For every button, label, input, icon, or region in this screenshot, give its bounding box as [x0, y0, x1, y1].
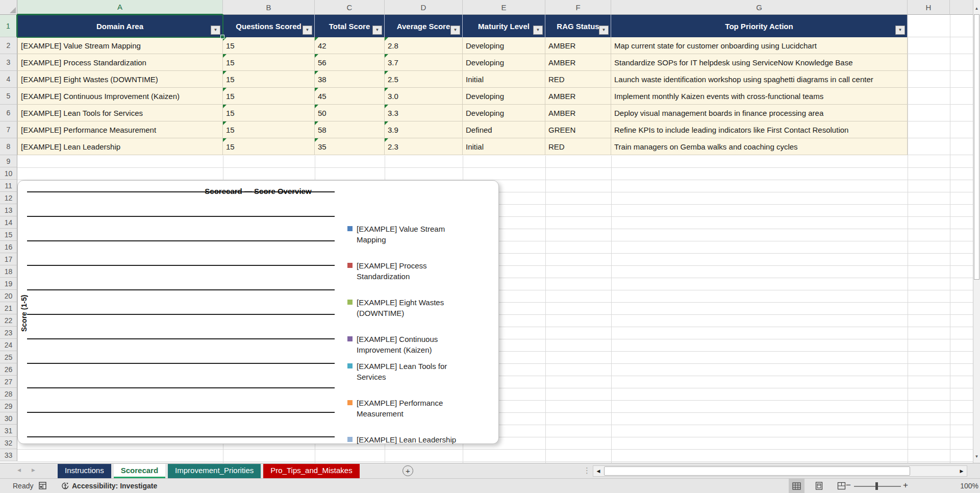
row-header[interactable]: 31: [0, 425, 17, 437]
row-header[interactable]: 24: [0, 339, 17, 351]
row-header[interactable]: 30: [0, 412, 17, 425]
filter-button[interactable]: ▼: [303, 26, 312, 35]
cell-questions-scored[interactable]: 15: [223, 138, 315, 155]
cell-average-score[interactable]: 2.5: [385, 71, 463, 88]
cell-top-priority-action[interactable]: Standardize SOPs for IT helpdesk using S…: [611, 54, 908, 71]
column-header[interactable]: E: [463, 0, 545, 15]
row-header[interactable]: 20: [0, 290, 17, 302]
cell-rag-status[interactable]: GREEN: [545, 121, 611, 138]
zoom-in-button[interactable]: +: [903, 480, 908, 490]
filter-button[interactable]: ▼: [450, 26, 460, 35]
vertical-scrollbar[interactable]: ▲ ▼: [973, 0, 980, 463]
cell-average-score[interactable]: 3.3: [385, 105, 463, 121]
cell-average-score[interactable]: 3.0: [385, 88, 463, 105]
cell-questions-scored[interactable]: 15: [223, 88, 315, 105]
cell-questions-scored[interactable]: 15: [223, 105, 315, 121]
cell-rag-status[interactable]: AMBER: [545, 88, 611, 105]
tab-scroll-left-icon[interactable]: ◀: [17, 467, 21, 473]
cell-top-priority-action[interactable]: Refine KPIs to include leading indicator…: [611, 121, 908, 138]
cell-top-priority-action[interactable]: Train managers on Gemba walks and coachi…: [611, 138, 908, 155]
cell-rag-status[interactable]: AMBER: [545, 105, 611, 121]
legend-item[interactable]: [EXAMPLE] Lean Tools for Services: [347, 361, 466, 382]
cell-average-score[interactable]: 3.7: [385, 54, 463, 71]
table-header-cell[interactable]: Top Priority Action ▼: [611, 15, 908, 37]
row-header[interactable]: 6: [0, 105, 17, 121]
accessibility-status[interactable]: Accessibility: Investigate: [72, 482, 157, 490]
column-header[interactable]: C: [315, 0, 385, 15]
row-header[interactable]: 4: [0, 71, 17, 88]
cell-maturity-level[interactable]: Developing: [463, 105, 545, 121]
row-header[interactable]: 12: [0, 192, 17, 204]
legend-item[interactable]: [EXAMPLE] Lean Leadership: [347, 434, 466, 445]
cell-domain-area[interactable]: [EXAMPLE] Performance Measurement: [17, 121, 223, 138]
row-header[interactable]: 25: [0, 351, 17, 363]
scroll-right-icon[interactable]: ▶: [957, 466, 967, 476]
cell-maturity-level[interactable]: Developing: [463, 37, 545, 54]
macro-record-icon[interactable]: [39, 482, 46, 491]
cell-total-score[interactable]: 38: [315, 71, 385, 88]
column-header[interactable]: G: [611, 0, 908, 15]
row-header[interactable]: 16: [0, 241, 17, 253]
row-header[interactable]: 17: [0, 253, 17, 265]
legend-item[interactable]: [EXAMPLE] Value Stream Mapping: [347, 224, 466, 245]
cell-questions-scored[interactable]: 15: [223, 71, 315, 88]
cell-maturity-level[interactable]: Initial: [463, 138, 545, 155]
tab-scroll-right-icon[interactable]: ▶: [32, 467, 35, 473]
table-header-cell[interactable]: Total Score ▼: [315, 15, 385, 37]
cell-total-score[interactable]: 42: [315, 37, 385, 54]
cell-domain-area[interactable]: [EXAMPLE] Lean Tools for Services: [17, 105, 223, 121]
column-header[interactable]: B: [223, 0, 315, 15]
row-header[interactable]: 21: [0, 302, 17, 314]
cell-domain-area[interactable]: [EXAMPLE] Eight Wastes (DOWNTIME): [17, 71, 223, 88]
filter-button[interactable]: ▼: [211, 26, 220, 35]
column-header[interactable]: D: [385, 0, 463, 15]
legend-item[interactable]: [EXAMPLE] Eight Wastes (DOWNTIME): [347, 297, 466, 318]
row-header[interactable]: 28: [0, 388, 17, 400]
filter-button[interactable]: ▼: [895, 26, 905, 35]
view-page-layout-button[interactable]: [810, 479, 827, 493]
sheet-tab[interactable]: Improvement_Priorities: [168, 464, 261, 478]
cell-top-priority-action[interactable]: Implement monthly Kaizen events with cro…: [611, 88, 908, 105]
view-normal-button[interactable]: [789, 479, 805, 493]
horizontal-scrollbar-thumb[interactable]: [604, 466, 910, 476]
cell-total-score[interactable]: 58: [315, 121, 385, 138]
sheet-tab[interactable]: Pro_Tips_and_Mistakes: [263, 464, 359, 478]
cell-questions-scored[interactable]: 15: [223, 37, 315, 54]
table-header-cell[interactable]: Maturity Level ▼: [463, 15, 545, 37]
legend-item[interactable]: [EXAMPLE] Continuous Improvement (Kaizen…: [347, 334, 466, 355]
cell-top-priority-action[interactable]: Map current state for customer onboardin…: [611, 37, 908, 54]
filter-button[interactable]: ▼: [533, 26, 543, 35]
row-header[interactable]: 27: [0, 376, 17, 388]
sheet-tab[interactable]: Scorecard: [114, 464, 165, 478]
table-header-cell[interactable]: Average Score ▼: [385, 15, 463, 37]
row-header[interactable]: 23: [0, 327, 17, 339]
row-header[interactable]: 15: [0, 229, 17, 241]
cell-total-score[interactable]: 35: [315, 138, 385, 155]
cell-maturity-level[interactable]: Defined: [463, 121, 545, 138]
cell-domain-area[interactable]: [EXAMPLE] Process Standardization: [17, 54, 223, 71]
add-sheet-button[interactable]: +: [403, 465, 413, 476]
column-header[interactable]: H: [908, 0, 950, 15]
cell-questions-scored[interactable]: 15: [223, 121, 315, 138]
cell-rag-status[interactable]: RED: [545, 71, 611, 88]
table-header-cell[interactable]: Domain Area ▼: [17, 15, 223, 37]
cell-total-score[interactable]: 56: [315, 54, 385, 71]
zoom-out-button[interactable]: −: [846, 480, 851, 490]
row-header[interactable]: 8: [0, 138, 17, 155]
row-header[interactable]: 18: [0, 265, 17, 278]
cell-maturity-level[interactable]: Developing: [463, 54, 545, 71]
row-header[interactable]: 26: [0, 363, 17, 376]
tab-splitter-grip[interactable]: ⋮: [583, 466, 591, 475]
chart-scorecard-overview[interactable]: Scorecard — Score Overview Score (1-5) […: [17, 180, 499, 444]
cell-top-priority-action[interactable]: Deploy visual management boards in finan…: [611, 105, 908, 121]
row-header[interactable]: 29: [0, 400, 17, 412]
cell-maturity-level[interactable]: Developing: [463, 88, 545, 105]
cell-top-priority-action[interactable]: Launch waste identification workshop usi…: [611, 71, 908, 88]
scroll-down-icon[interactable]: ▼: [973, 454, 980, 459]
column-header[interactable]: F: [545, 0, 611, 15]
scroll-left-icon[interactable]: ◀: [593, 466, 604, 476]
row-header[interactable]: 22: [0, 314, 17, 327]
column-header-partial[interactable]: [950, 0, 973, 15]
cell-maturity-level[interactable]: Initial: [463, 71, 545, 88]
row-header[interactable]: 3: [0, 54, 17, 71]
